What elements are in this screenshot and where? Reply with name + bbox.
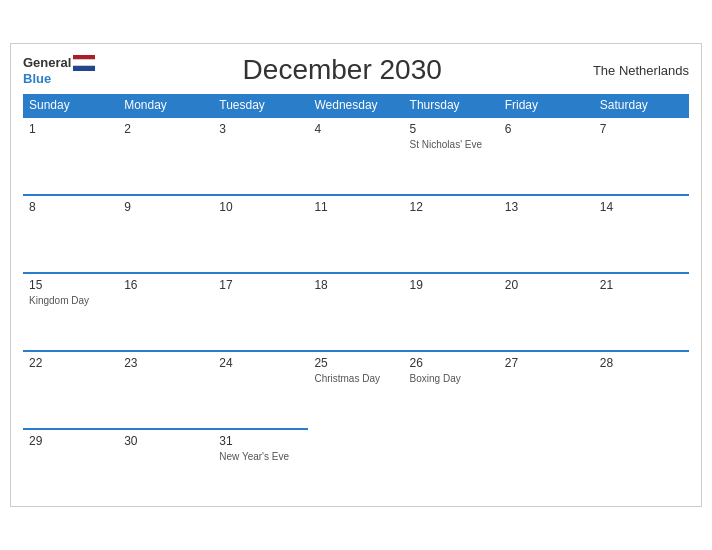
holiday-name: St Nicholas' Eve — [410, 138, 493, 151]
calendar-cell: 29 — [23, 429, 118, 494]
day-number: 30 — [124, 434, 207, 448]
day-number: 1 — [29, 122, 112, 136]
day-number: 24 — [219, 356, 302, 370]
day-number: 22 — [29, 356, 112, 370]
logo-flag — [73, 55, 95, 71]
calendar-cell: 8 — [23, 195, 118, 273]
calendar-cell: 14 — [594, 195, 689, 273]
calendar-header-row: Sunday Monday Tuesday Wednesday Thursday… — [23, 94, 689, 117]
calendar-cell: 10 — [213, 195, 308, 273]
day-number: 10 — [219, 200, 302, 214]
calendar-cell: 17 — [213, 273, 308, 351]
day-number: 4 — [314, 122, 397, 136]
calendar-cell: 2 — [118, 117, 213, 195]
holiday-name: Christmas Day — [314, 372, 397, 385]
col-sunday: Sunday — [23, 94, 118, 117]
day-number: 11 — [314, 200, 397, 214]
day-number: 12 — [410, 200, 493, 214]
calendar-cell: 12 — [404, 195, 499, 273]
calendar-cell: 6 — [499, 117, 594, 195]
holiday-name: New Year's Eve — [219, 450, 302, 463]
day-number: 7 — [600, 122, 683, 136]
calendar-cell: 15Kingdom Day — [23, 273, 118, 351]
calendar-cell: 23 — [118, 351, 213, 429]
day-number: 3 — [219, 122, 302, 136]
day-number: 31 — [219, 434, 302, 448]
day-number: 2 — [124, 122, 207, 136]
col-tuesday: Tuesday — [213, 94, 308, 117]
day-number: 13 — [505, 200, 588, 214]
calendar-cell: 9 — [118, 195, 213, 273]
day-number: 23 — [124, 356, 207, 370]
col-monday: Monday — [118, 94, 213, 117]
calendar-cell — [499, 429, 594, 494]
calendar-body: 12345St Nicholas' Eve6789101112131415Kin… — [23, 117, 689, 494]
calendar-cell: 24 — [213, 351, 308, 429]
day-number: 9 — [124, 200, 207, 214]
calendar-cell: 31New Year's Eve — [213, 429, 308, 494]
logo: General Blue — [23, 55, 95, 86]
calendar-cell — [308, 429, 403, 494]
day-number: 14 — [600, 200, 683, 214]
calendar-header: General Blue December 2030 The Netherlan… — [23, 54, 689, 86]
col-friday: Friday — [499, 94, 594, 117]
col-thursday: Thursday — [404, 94, 499, 117]
calendar-cell: 22 — [23, 351, 118, 429]
day-number: 8 — [29, 200, 112, 214]
calendar-cell: 4 — [308, 117, 403, 195]
day-number: 19 — [410, 278, 493, 292]
calendar-grid: Sunday Monday Tuesday Wednesday Thursday… — [23, 94, 689, 494]
day-number: 16 — [124, 278, 207, 292]
day-number: 5 — [410, 122, 493, 136]
calendar-cell: 19 — [404, 273, 499, 351]
calendar-cell: 3 — [213, 117, 308, 195]
calendar-cell: 28 — [594, 351, 689, 429]
calendar-cell — [594, 429, 689, 494]
calendar-cell: 25Christmas Day — [308, 351, 403, 429]
day-number: 15 — [29, 278, 112, 292]
calendar-cell: 26Boxing Day — [404, 351, 499, 429]
day-number: 26 — [410, 356, 493, 370]
calendar-cell: 13 — [499, 195, 594, 273]
calendar-cell: 27 — [499, 351, 594, 429]
logo-blue-text: Blue — [23, 71, 51, 86]
calendar-title: December 2030 — [95, 54, 589, 86]
holiday-name: Boxing Day — [410, 372, 493, 385]
calendar-cell: 11 — [308, 195, 403, 273]
calendar-cell: 7 — [594, 117, 689, 195]
calendar-cell: 5St Nicholas' Eve — [404, 117, 499, 195]
col-wednesday: Wednesday — [308, 94, 403, 117]
col-saturday: Saturday — [594, 94, 689, 117]
calendar-cell: 21 — [594, 273, 689, 351]
day-number: 25 — [314, 356, 397, 370]
holiday-name: Kingdom Day — [29, 294, 112, 307]
calendar-cell: 1 — [23, 117, 118, 195]
calendar-country: The Netherlands — [589, 63, 689, 78]
calendar-cell: 20 — [499, 273, 594, 351]
day-number: 28 — [600, 356, 683, 370]
day-number: 20 — [505, 278, 588, 292]
calendar-cell: 18 — [308, 273, 403, 351]
day-number: 21 — [600, 278, 683, 292]
calendar-container: General Blue December 2030 The Netherlan… — [10, 43, 702, 507]
day-number: 27 — [505, 356, 588, 370]
day-number: 17 — [219, 278, 302, 292]
calendar-cell: 30 — [118, 429, 213, 494]
logo-general-text: General — [23, 55, 71, 70]
calendar-cell — [404, 429, 499, 494]
calendar-cell: 16 — [118, 273, 213, 351]
day-number: 6 — [505, 122, 588, 136]
day-number: 18 — [314, 278, 397, 292]
day-number: 29 — [29, 434, 112, 448]
